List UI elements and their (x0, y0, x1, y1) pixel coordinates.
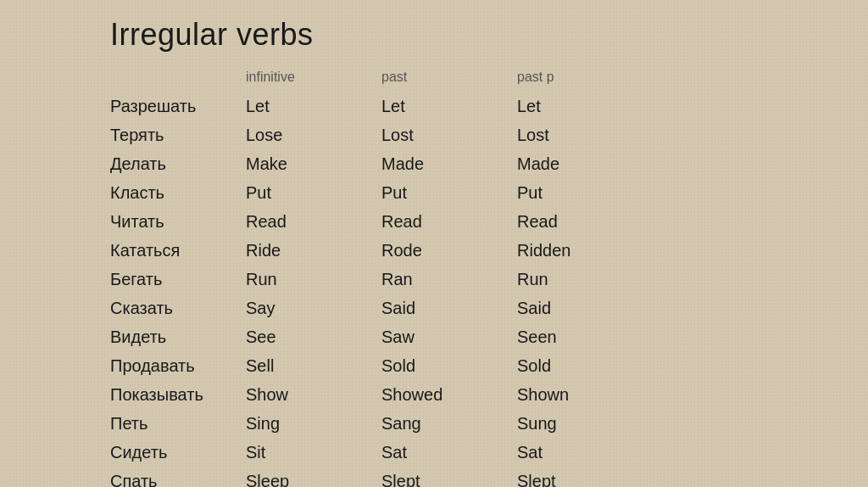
page-title: Irregular verbs (110, 17, 843, 53)
cell-pastp-11: Sung (517, 411, 653, 437)
cell-infinitive-6: Run (246, 266, 381, 293)
page-container: Irregular verbs infinitive past past p Р… (0, 0, 868, 487)
cell-russian-5: Кататься (110, 238, 246, 264)
cell-pastp-12: Sat (517, 439, 653, 466)
cell-pastp-0: Let (517, 93, 653, 120)
cell-past-12: Sat (381, 439, 517, 466)
cell-russian-10: Показывать (110, 382, 246, 408)
cell-russian-7: Сказать (110, 295, 246, 322)
cell-past-1: Lost (381, 122, 517, 148)
cell-pastp-8: Seen (517, 324, 653, 350)
header-past: past (381, 70, 517, 85)
cell-russian-0: Разрешать (110, 93, 246, 120)
cell-past-3: Put (381, 180, 517, 206)
table-row: Читать Read Read Read (110, 209, 843, 235)
table-body: Разрешать Let Let Let Терять Lose Lost L… (110, 93, 843, 487)
cell-pastp-4: Read (517, 209, 653, 235)
cell-russian-2: Делать (110, 151, 246, 177)
table-row: Класть Put Put Put (110, 180, 843, 206)
cell-infinitive-9: Sell (246, 353, 381, 379)
cell-russian-13: Спать (110, 468, 246, 487)
table-header: infinitive past past p (110, 70, 843, 85)
table-row: Сказать Say Said Said (110, 295, 843, 322)
cell-russian-8: Видеть (110, 324, 246, 350)
cell-russian-1: Терять (110, 122, 246, 148)
table-row: Показывать Show Showed Shown (110, 382, 843, 408)
cell-past-5: Rode (381, 238, 517, 264)
cell-pastp-7: Said (517, 295, 653, 322)
cell-pastp-13: Slept (517, 468, 653, 487)
table-row: Разрешать Let Let Let (110, 93, 843, 120)
cell-infinitive-12: Sit (246, 439, 381, 466)
table-row: Петь Sing Sang Sung (110, 411, 843, 437)
cell-past-2: Made (381, 151, 517, 177)
cell-infinitive-4: Read (246, 209, 381, 235)
table-row: Сидеть Sit Sat Sat (110, 439, 843, 466)
cell-infinitive-7: Say (246, 295, 381, 322)
cell-past-10: Showed (381, 382, 517, 408)
table-row: Кататься Ride Rode Ridden (110, 238, 843, 264)
cell-russian-9: Продавать (110, 353, 246, 379)
cell-past-11: Sang (381, 411, 517, 437)
cell-russian-6: Бегать (110, 266, 246, 293)
cell-past-6: Ran (381, 266, 517, 293)
cell-infinitive-3: Put (246, 180, 381, 206)
cell-past-8: Saw (381, 324, 517, 350)
cell-infinitive-11: Sing (246, 411, 381, 437)
cell-infinitive-0: Let (246, 93, 381, 120)
cell-pastp-2: Made (517, 151, 653, 177)
cell-russian-3: Класть (110, 180, 246, 206)
cell-russian-11: Петь (110, 411, 246, 437)
cell-past-4: Read (381, 209, 517, 235)
cell-infinitive-5: Ride (246, 238, 381, 264)
cell-pastp-9: Sold (517, 353, 653, 379)
cell-past-7: Said (381, 295, 517, 322)
verb-table: infinitive past past p Разрешать Let Let… (110, 70, 843, 487)
cell-past-9: Sold (381, 353, 517, 379)
cell-infinitive-13: Sleep (246, 468, 381, 487)
table-row: Терять Lose Lost Lost (110, 122, 843, 148)
cell-russian-12: Сидеть (110, 439, 246, 466)
cell-pastp-1: Lost (517, 122, 653, 148)
table-row: Видеть See Saw Seen (110, 324, 843, 350)
table-row: Спать Sleep Slept Slept (110, 468, 843, 487)
cell-infinitive-10: Show (246, 382, 381, 408)
cell-infinitive-1: Lose (246, 122, 381, 148)
cell-infinitive-8: See (246, 324, 381, 350)
table-row: Бегать Run Ran Run (110, 266, 843, 293)
table-row: Продавать Sell Sold Sold (110, 353, 843, 379)
cell-pastp-10: Shown (517, 382, 653, 408)
header-russian (110, 70, 246, 85)
cell-russian-4: Читать (110, 209, 246, 235)
cell-past-0: Let (381, 93, 517, 120)
cell-pastp-6: Run (517, 266, 653, 293)
table-row: Делать Make Made Made (110, 151, 843, 177)
header-pastp: past p (517, 70, 653, 85)
cell-pastp-5: Ridden (517, 238, 653, 264)
cell-pastp-3: Put (517, 180, 653, 206)
cell-infinitive-2: Make (246, 151, 381, 177)
cell-past-13: Slept (381, 468, 517, 487)
header-infinitive: infinitive (246, 70, 381, 85)
